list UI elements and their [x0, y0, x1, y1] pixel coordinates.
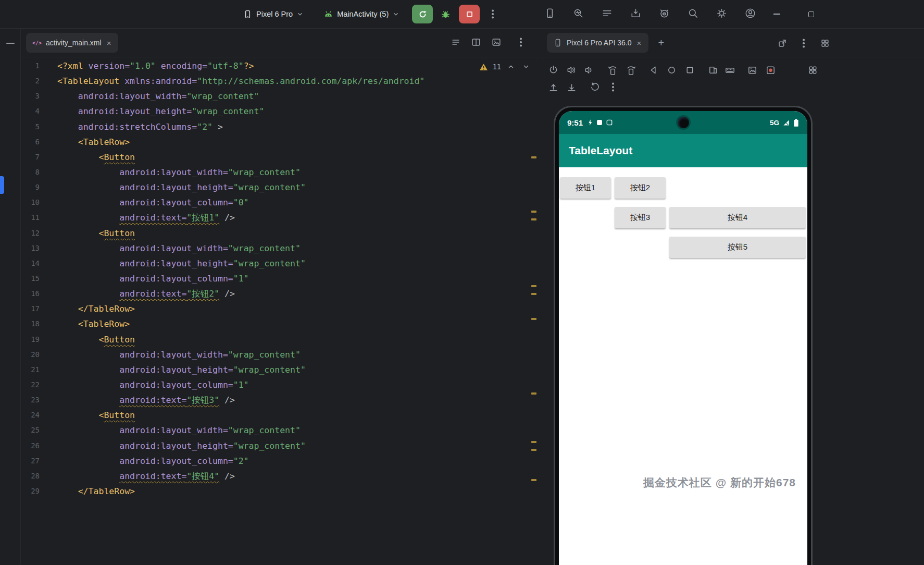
code-line[interactable]: 21android:layout_height="wrap_content"	[21, 362, 539, 377]
fold-button[interactable]	[706, 63, 720, 77]
minimize-button[interactable]	[769, 6, 784, 22]
code-line[interactable]: 29</TableRow>	[21, 484, 539, 499]
warning-stripe-mark[interactable]	[531, 392, 536, 395]
android-button[interactable]: 按钮2	[615, 177, 666, 199]
code-line[interactable]: 7<Button	[21, 150, 539, 165]
code-line[interactable]: 1<?xml version="1.0" encoding="utf-8"?>	[21, 58, 539, 73]
search-button[interactable]	[686, 6, 700, 20]
screenshot-button[interactable]	[745, 63, 759, 77]
push-file-button[interactable]	[546, 80, 560, 94]
code-line[interactable]: 2<TableLayout xmlns:android="http://sche…	[21, 73, 539, 89]
code-line[interactable]: 27android:layout_column="2"	[21, 453, 539, 469]
code-line[interactable]: 8android:layout_width="wrap_content"	[21, 165, 539, 180]
stop-button[interactable]	[459, 5, 480, 23]
code-line[interactable]: 22android:layout_column="1"	[21, 377, 539, 392]
warning-stripe-mark[interactable]	[531, 285, 536, 287]
code-line[interactable]: 10android:layout_column="0"	[21, 195, 539, 210]
panel-options-button[interactable]	[796, 35, 811, 51]
rotate-left-button[interactable]	[606, 63, 619, 77]
code-line[interactable]: 26android:layout_height="wrap_content"	[21, 438, 539, 453]
sdk-manager-button[interactable]	[629, 6, 642, 20]
code-line[interactable]: 15android:layout_column="1"	[21, 271, 539, 286]
volume-down-button[interactable]	[582, 63, 596, 77]
code-line[interactable]: 19<Button	[21, 332, 539, 347]
screen-record-button[interactable]	[764, 63, 777, 77]
warning-stripe-mark[interactable]	[531, 293, 536, 295]
device-selector[interactable]: Pixel 6 Pro	[239, 6, 308, 22]
device-manager-button[interactable]	[543, 6, 556, 20]
run-configuration-selector[interactable]: MainActivity (5)	[319, 6, 404, 22]
account-button[interactable]	[743, 6, 757, 20]
pull-file-button[interactable]	[565, 80, 578, 94]
close-tab-icon[interactable]: ×	[636, 38, 643, 48]
warning-stripe-mark[interactable]	[531, 156, 536, 158]
code-line[interactable]: 25android:layout_width="wrap_content"	[21, 423, 539, 438]
profiler-button[interactable]	[657, 6, 671, 20]
add-device-tab-button[interactable]: +	[654, 35, 668, 50]
debug-button[interactable]	[436, 5, 455, 23]
code-line[interactable]: 24<Button	[21, 408, 539, 423]
warning-stripe-mark[interactable]	[531, 479, 536, 481]
settings-button[interactable]	[715, 6, 728, 20]
code-line[interactable]: 17</TableRow>	[21, 301, 539, 316]
warning-stripe-mark[interactable]	[531, 218, 536, 220]
code-line[interactable]: 28android:text="按钮4" />	[21, 469, 539, 484]
code-editor[interactable]: 1<?xml version="1.0" encoding="utf-8"?>2…	[21, 57, 539, 565]
rerun-button[interactable]	[412, 5, 433, 23]
warning-stripe-mark[interactable]	[531, 318, 536, 320]
maximize-button[interactable]	[803, 6, 819, 22]
split-view-button[interactable]	[469, 35, 483, 49]
back-button[interactable]	[646, 63, 660, 77]
code-line[interactable]: 23android:text="按钮3" />	[21, 392, 539, 408]
logcat-button[interactable]	[600, 6, 614, 20]
keyboard-button[interactable]	[723, 63, 736, 77]
code-line[interactable]: 11android:text="按钮1" />	[21, 210, 539, 225]
app-insights-button[interactable]	[571, 6, 585, 20]
code-line[interactable]: 5android:stretchColumns="2" >	[21, 119, 539, 134]
code-line[interactable]: 9android:layout_height="wrap_content"	[21, 180, 539, 195]
camera-punch-hole	[678, 117, 689, 128]
code-line[interactable]: 13android:layout_width="wrap_content"	[21, 241, 539, 256]
previous-warning-button[interactable]	[506, 62, 516, 72]
tool-window-menu-icon[interactable]	[6, 43, 15, 44]
code-line[interactable]: 20android:layout_width="wrap_content"	[21, 347, 539, 362]
emulator-options-button[interactable]	[606, 80, 620, 94]
android-icon	[323, 9, 333, 19]
editor-tab-activity-main[interactable]: </> activity_main.xml ×	[26, 33, 118, 53]
close-tab-icon[interactable]: ×	[106, 38, 113, 48]
reset-button[interactable]	[588, 80, 602, 94]
maximize-icon	[808, 11, 814, 17]
android-button[interactable]: 按钮1	[560, 177, 611, 199]
rotate-right-button[interactable]	[624, 63, 638, 77]
code-line[interactable]: 6<TableRow>	[21, 134, 539, 150]
next-warning-button[interactable]	[521, 62, 531, 72]
code-line[interactable]: 4android:layout_height="wrap_content"	[21, 104, 539, 119]
warning-stripe-mark[interactable]	[531, 449, 536, 451]
more-run-actions-button[interactable]	[485, 6, 501, 22]
editor-options-button[interactable]	[514, 35, 528, 49]
warning-stripe-mark[interactable]	[531, 211, 536, 213]
code-line[interactable]: 14android:layout_height="wrap_content"	[21, 256, 539, 271]
code-line[interactable]: 16android:text="按钮2" />	[21, 286, 539, 301]
design-view-button[interactable]	[490, 35, 503, 49]
android-button[interactable]: 按钮3	[615, 207, 666, 228]
phone-screen[interactable]: 9:51 5G TableLayout 按钮1按钮2按钮3按钮4按钮5 掘金技术…	[559, 111, 807, 565]
android-button[interactable]: 按钮4	[669, 207, 806, 228]
volume-up-button[interactable]	[565, 63, 578, 77]
android-button[interactable]: 按钮5	[669, 237, 806, 258]
device-tab[interactable]: Pixel 6 Pro API 36.0 ×	[547, 33, 648, 53]
layout-options-button[interactable]	[817, 35, 833, 51]
open-in-window-button[interactable]	[775, 35, 790, 51]
warning-stripe-mark[interactable]	[531, 441, 536, 443]
code-line[interactable]: 18<TableRow>	[21, 316, 539, 331]
code-line[interactable]: 12<Button	[21, 226, 539, 241]
code-line[interactable]: 3android:layout_width="wrap_content"	[21, 89, 539, 104]
home-button[interactable]	[665, 63, 678, 77]
inspections-widget[interactable]: 11	[479, 62, 531, 72]
device-settings-button[interactable]	[806, 63, 819, 77]
line-content: android:layout_width="wrap_content"	[57, 241, 539, 256]
phone-emulator[interactable]: 9:51 5G TableLayout 按钮1按钮2按钮3按钮4按钮5 掘金技术…	[554, 106, 813, 565]
overview-button[interactable]	[683, 63, 696, 77]
code-view-button[interactable]	[449, 35, 463, 49]
power-button[interactable]	[546, 63, 560, 77]
